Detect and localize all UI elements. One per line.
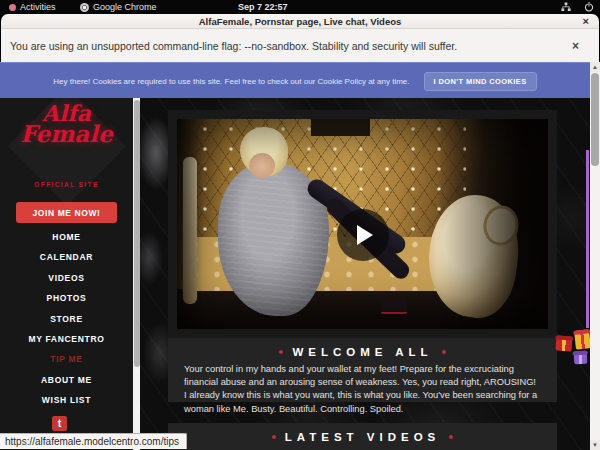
sidebar-item-store[interactable]: STORE: [0, 309, 133, 329]
chrome-warning-bar: You are using an unsupported command-lin…: [1, 28, 599, 63]
sidebar-item-videos[interactable]: VIDEOS: [0, 268, 133, 288]
twitter-icon[interactable]: t: [52, 416, 67, 431]
sidebar-scrollbar-thumb[interactable]: [134, 100, 140, 367]
window-title: AlfaFemale, Pornstar page, Live chat, Vi…: [199, 16, 402, 27]
scrollbar-up-icon[interactable]: ▲: [590, 62, 600, 72]
hero-card: WELCOME ALL Your control in my hands and…: [168, 110, 557, 402]
status-url-tooltip: https://alfafemale.modelcentro.com/tips: [0, 433, 187, 449]
sidebar: Alfa Female OFFICIAL SITE JOIN ME NOW! H…: [0, 98, 133, 450]
gift-icon: [574, 329, 591, 349]
sidebar-scrollbar[interactable]: [133, 98, 140, 450]
welcome-paragraph: Your control in my hands and your wallet…: [168, 358, 557, 426]
scrollbar-down-icon[interactable]: ▼: [590, 440, 600, 450]
latest-videos-heading: LATEST VIDEOS: [168, 423, 557, 443]
tip-widget-tab[interactable]: [586, 150, 589, 328]
cookie-accept-button[interactable]: I DON'T MIND COOKIES: [424, 72, 537, 91]
official-site-tagline: OFFICIAL SITE: [0, 181, 133, 188]
recording-dot-icon: [9, 4, 16, 11]
sidebar-item-my-fancentro[interactable]: MY FANCENTRO: [0, 329, 133, 349]
gift-icon: [574, 351, 588, 365]
sidebar-item-wish-list[interactable]: WISH LIST: [0, 390, 133, 410]
window-close-icon[interactable]: ×: [583, 15, 589, 27]
activities-button[interactable]: Activities: [9, 0, 56, 14]
activities-label: Activities: [20, 2, 56, 12]
power-icon: [584, 2, 594, 12]
heading-bullet-icon: [279, 350, 283, 354]
latest-videos-card: LATEST VIDEOS: [168, 423, 557, 450]
gnome-top-bar: Activities Google Chrome Sep 7 22:57: [0, 0, 600, 14]
heading-bullet-icon: [442, 350, 446, 354]
play-icon: [357, 225, 373, 245]
welcome-heading: WELCOME ALL: [168, 338, 557, 358]
heading-bullet-icon: [449, 435, 453, 439]
cookie-consent-bar: Hey there! Cookies are required to use t…: [0, 62, 590, 99]
join-me-now-button[interactable]: JOIN ME NOW!: [16, 202, 117, 223]
cookie-message: Hey there! Cookies are required to use t…: [53, 77, 409, 86]
hero-photo[interactable]: [168, 110, 557, 338]
sidebar-item-calendar[interactable]: CALENDAR: [0, 247, 133, 267]
welcome-heading-text: WELCOME ALL: [292, 346, 432, 358]
browser-scrollbar[interactable]: ▲ ▼: [590, 62, 600, 450]
gifts-widget[interactable]: [553, 327, 591, 367]
warning-message: You are using an unsupported command-lin…: [10, 40, 457, 52]
system-tray[interactable]: [561, 0, 594, 14]
scrollbar-thumb[interactable]: [591, 73, 599, 166]
sidebar-item-home[interactable]: HOME: [0, 227, 133, 247]
chrome-icon: [80, 3, 89, 12]
video-play-button[interactable]: [337, 209, 389, 261]
sidebar-item-tip-me[interactable]: TIP ME: [0, 349, 133, 369]
sidebar-item-photos[interactable]: PHOTOS: [0, 288, 133, 308]
logo-text-line2: Female: [0, 122, 133, 145]
active-app-label: Google Chrome: [93, 2, 157, 12]
window-titlebar: AlfaFemale, Pornstar page, Live chat, Vi…: [1, 14, 599, 28]
gift-icon: [555, 335, 572, 351]
system-clock[interactable]: Sep 7 22:57: [238, 0, 288, 14]
active-app-menu[interactable]: Google Chrome: [80, 0, 157, 14]
warning-close-icon[interactable]: ×: [572, 39, 579, 53]
page-background: WELCOME ALL Your control in my hands and…: [140, 98, 590, 450]
page-viewport: WELCOME ALL Your control in my hands and…: [0, 98, 590, 450]
latest-videos-heading-text: LATEST VIDEOS: [285, 431, 441, 443]
site-logo[interactable]: Alfa Female: [0, 102, 133, 145]
sidebar-nav: HOME CALENDAR VIDEOS PHOTOS STORE MY FAN…: [0, 227, 133, 411]
screen: Activities Google Chrome Sep 7 22:57 Alf…: [0, 0, 600, 450]
heading-bullet-icon: [272, 435, 276, 439]
network-icon: [561, 2, 571, 12]
sidebar-item-about-me[interactable]: ABOUT ME: [0, 370, 133, 390]
